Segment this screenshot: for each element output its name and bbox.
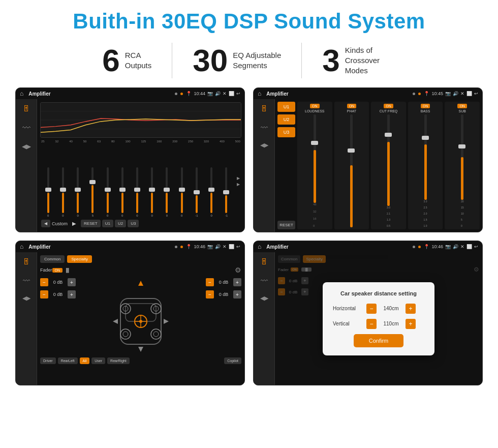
dist-bg-on: ON bbox=[291, 267, 298, 272]
cutfreq-slider[interactable] bbox=[387, 114, 390, 206]
eq-sidebar-icon-3[interactable]: ◀▶ bbox=[22, 143, 31, 150]
dialog-horizontal-plus[interactable]: + bbox=[406, 304, 416, 314]
stat-number-eq: 30 bbox=[193, 45, 228, 76]
dialog-vertical-minus[interactable]: − bbox=[366, 319, 377, 329]
fd-sidebar-icon-1[interactable]: 🎚 bbox=[22, 257, 30, 266]
cr-sidebar-icon-3[interactable]: ◀▶ bbox=[260, 142, 268, 148]
dist-bg-vol1: − 0 dB + bbox=[278, 277, 308, 284]
screenshot-grid: ⌂ Amplifier 📍 10:44 📷 🔊 ✕ ⬜ ↩ 🎚 〰 bbox=[15, 87, 483, 385]
dialog-confirm-button[interactable]: Confirm bbox=[354, 334, 404, 347]
fd-dot1 bbox=[175, 246, 177, 248]
eq-u1-btn[interactable]: U1 bbox=[102, 220, 113, 227]
vol-minus-1[interactable]: − bbox=[40, 278, 48, 286]
fader-tab-specialty[interactable]: Specialty bbox=[67, 255, 91, 263]
eq-prev-btn[interactable]: ◀ bbox=[41, 220, 50, 227]
page-container: Buith-in 30EQ DSP Sound System 6 RCAOutp… bbox=[0, 0, 498, 395]
eq-sidebar-icon-1[interactable]: 🎚 bbox=[22, 104, 30, 113]
dist-dot2 bbox=[418, 246, 421, 248]
fader-rearleft-btn[interactable]: RearLeft bbox=[58, 357, 78, 364]
eq-preset-label: Custom bbox=[52, 221, 68, 226]
fader-tab-common[interactable]: Common bbox=[40, 255, 65, 263]
stat-number-rca: 6 bbox=[102, 45, 119, 76]
dist-sidebar-icon-1[interactable]: 🎚 bbox=[260, 257, 268, 266]
vol-minus-4[interactable]: − bbox=[206, 290, 214, 298]
fader-all-btn[interactable]: All bbox=[80, 357, 90, 364]
volume-icon: 🔊 bbox=[215, 91, 221, 96]
close-icon: ✕ bbox=[223, 91, 227, 96]
dialog-horizontal-minus[interactable]: − bbox=[366, 304, 377, 314]
stats-row: 6 RCAOutputs 30 EQ AdjustableSegments 3 … bbox=[15, 43, 483, 78]
vol-value-4: 0 dB bbox=[216, 292, 231, 297]
bass-slider[interactable] bbox=[424, 114, 427, 200]
car-diagram bbox=[80, 278, 202, 354]
vol-plus-4[interactable]: + bbox=[233, 290, 241, 298]
svg-marker-20 bbox=[113, 319, 118, 324]
svg-marker-21 bbox=[164, 319, 169, 324]
stat-label-rca: RCAOutputs bbox=[125, 50, 152, 71]
crossover-u3-btn[interactable]: U3 bbox=[277, 127, 295, 137]
crossover-sidebar: 🎚 〰 ◀▶ bbox=[254, 99, 275, 232]
eq-sliders: 0 0 0 5 bbox=[40, 145, 234, 217]
fader-copilot-btn[interactable]: Copilot bbox=[224, 357, 241, 364]
fd-sidebar-icon-2[interactable]: 〰 bbox=[23, 277, 30, 285]
stat-number-crossover: 3 bbox=[322, 45, 339, 76]
fd-sidebar-icon-3[interactable]: ◀▶ bbox=[22, 295, 30, 302]
cr-win-icon: ⬜ bbox=[466, 91, 472, 96]
vol-minus-3[interactable]: − bbox=[206, 278, 214, 286]
cr-sidebar-icon-2[interactable]: 〰 bbox=[261, 124, 268, 132]
eq-slider-8: 0 bbox=[160, 167, 174, 217]
fd-win-icon: ⬜ bbox=[229, 244, 234, 249]
vol-row-4: − 0 dB + bbox=[206, 290, 241, 298]
vol-minus-2[interactable]: − bbox=[40, 290, 48, 298]
bass-on-badge: ON bbox=[421, 104, 430, 108]
eq-expand-arrows[interactable]: ▶ ▶ bbox=[235, 145, 241, 217]
crossover-u1-btn[interactable]: U1 bbox=[277, 102, 295, 112]
dist-sidebar-icon-3[interactable]: ◀▶ bbox=[260, 295, 268, 302]
crossover-reset-btn[interactable]: RESET bbox=[277, 221, 295, 229]
stat-label-crossover: Kinds ofCrossover Modes bbox=[345, 45, 396, 76]
fader-user-btn[interactable]: User bbox=[91, 357, 105, 364]
eq-sidebar-icon-2[interactable]: 〰 bbox=[22, 124, 30, 133]
eq-status-dot2 bbox=[180, 93, 183, 95]
fader-rearright-btn[interactable]: RearRight bbox=[107, 357, 130, 364]
vol-row-3: − 0 dB + bbox=[206, 278, 241, 286]
phat-slider[interactable] bbox=[350, 114, 353, 227]
crossover-presets: U1 U2 U3 RESET bbox=[277, 102, 295, 229]
dist-cam-icon: 📷 bbox=[445, 244, 451, 249]
eq-slider-11: 0 bbox=[205, 167, 219, 217]
fader-settings-icon[interactable]: ⚙ bbox=[235, 266, 241, 274]
fader-on-badge: ON bbox=[52, 268, 63, 273]
vol-plus-2[interactable]: + bbox=[68, 290, 76, 298]
fader-status-icons: 📍 10:46 📷 🔊 ✕ ⬜ ↩ bbox=[186, 244, 240, 249]
crossover-home-icon: ⌂ bbox=[258, 90, 261, 97]
dist-win-icon: ⬜ bbox=[466, 244, 472, 249]
eq-u2-btn[interactable]: U2 bbox=[115, 220, 126, 227]
vol-plus-1[interactable]: + bbox=[68, 278, 76, 286]
eq-play-btn[interactable]: ▶ bbox=[69, 219, 79, 228]
fader-driver-btn[interactable]: Driver bbox=[40, 357, 56, 364]
eq-slider-9: 0 bbox=[175, 167, 189, 217]
eq-slider-12: -1 bbox=[220, 167, 233, 217]
fd-close-icon: ✕ bbox=[223, 244, 227, 249]
crossover-u2-btn[interactable]: U2 bbox=[277, 114, 295, 125]
dialog-vertical-plus[interactable]: + bbox=[406, 319, 416, 329]
home-icon: ⌂ bbox=[20, 90, 23, 97]
eq-reset-btn[interactable]: RESET bbox=[81, 220, 101, 227]
fader-slider-icon[interactable]: ▐▌ bbox=[65, 268, 70, 273]
vol-plus-3[interactable]: + bbox=[233, 278, 241, 286]
distance-main: Common Specialty Fader ON ▐▌ ⚙ bbox=[275, 252, 482, 385]
svg-point-11 bbox=[123, 332, 128, 337]
cr-sidebar-icon-1[interactable]: 🎚 bbox=[260, 104, 268, 113]
eq-u3-btn[interactable]: U3 bbox=[128, 220, 139, 227]
fd-back-icon: ↩ bbox=[236, 244, 240, 249]
dialog-horizontal-value: 140cm bbox=[380, 306, 402, 311]
svg-point-12 bbox=[151, 329, 161, 339]
vol-value-3: 0 dB bbox=[216, 280, 231, 285]
dist-sidebar-icon-2[interactable]: 〰 bbox=[261, 277, 268, 285]
eq-slider-5: 0 bbox=[115, 167, 129, 217]
crossover-status-title: Amplifier bbox=[266, 91, 410, 97]
fader-content: 🎚 〰 ◀▶ Common Specialty Fader ON ▐▌ ⚙ bbox=[16, 252, 244, 385]
stat-crossover: 3 Kinds ofCrossover Modes bbox=[302, 45, 416, 76]
loudness-slider[interactable] bbox=[314, 114, 316, 203]
sub-slider[interactable] bbox=[461, 114, 463, 200]
